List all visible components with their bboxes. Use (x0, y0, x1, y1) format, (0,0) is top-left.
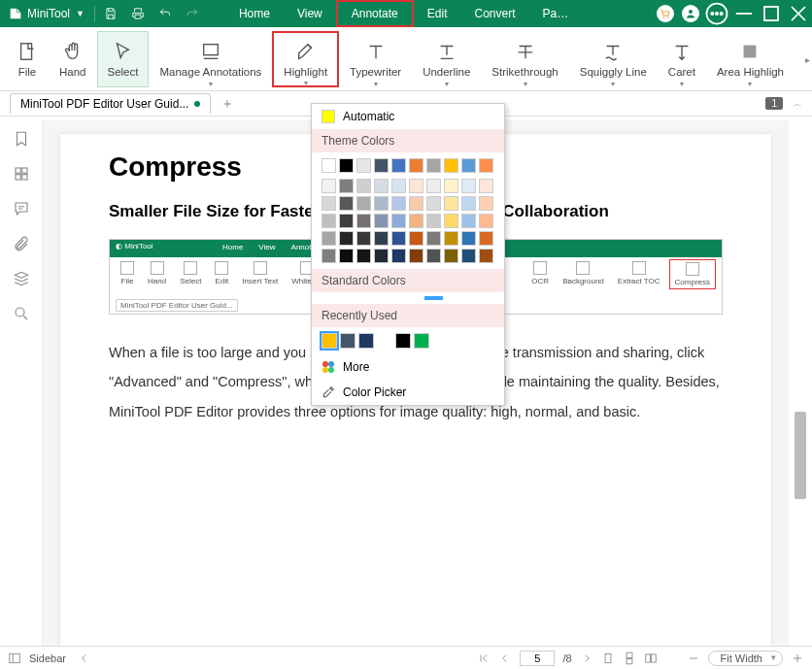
color-swatch[interactable] (374, 196, 389, 211)
ribbon-squiggly-line[interactable]: Squiggly Line▾ (569, 31, 658, 87)
undo-icon[interactable] (152, 0, 179, 27)
ribbon-manage-annotations[interactable]: Manage Annotations▾ (149, 31, 272, 87)
color-swatch[interactable] (444, 179, 458, 193)
bookmark-icon[interactable] (13, 130, 30, 148)
color-swatch[interactable] (426, 158, 441, 173)
layers-icon[interactable] (13, 270, 30, 287)
color-swatch[interactable] (374, 158, 389, 173)
color-picker-tool[interactable]: Color Picker (312, 380, 504, 405)
color-swatch[interactable] (321, 179, 336, 193)
thumbnails-icon[interactable] (13, 165, 30, 183)
tab-page[interactable]: Pa… (529, 0, 583, 27)
vertical-scrollbar[interactable] (793, 120, 808, 646)
comments-icon[interactable] (13, 200, 30, 217)
color-swatch[interactable] (391, 158, 406, 173)
more-colors[interactable]: More (312, 354, 504, 380)
color-swatch[interactable] (356, 249, 371, 263)
close-button[interactable] (785, 0, 812, 27)
color-swatch[interactable] (340, 333, 355, 349)
color-swatch[interactable] (444, 249, 458, 263)
color-swatch[interactable] (321, 196, 336, 211)
color-swatch[interactable] (409, 214, 423, 228)
color-swatch[interactable] (479, 214, 493, 228)
collapse-ribbon-icon[interactable]: ︿ (793, 97, 802, 111)
color-swatch[interactable] (409, 179, 423, 193)
page-number-input[interactable] (520, 651, 555, 666)
document-tab[interactable]: MiniTool PDF Editor User Guid... (10, 93, 211, 114)
color-swatch[interactable] (391, 179, 406, 193)
color-swatch[interactable] (391, 214, 406, 228)
color-swatch[interactable] (321, 333, 337, 349)
color-swatch[interactable] (358, 333, 374, 349)
color-swatch[interactable] (339, 249, 354, 263)
view-facing-icon[interactable] (644, 652, 658, 665)
sidebar-toggle-icon[interactable] (8, 652, 21, 665)
attachments-icon[interactable] (13, 235, 30, 252)
zoom-fit-dropdown[interactable]: Fit Width (708, 651, 783, 666)
tab-home[interactable]: Home (225, 0, 284, 27)
app-menu-caret-icon[interactable]: ▼ (76, 9, 85, 18)
color-swatch[interactable] (479, 231, 493, 246)
zoom-out-icon[interactable] (687, 652, 700, 665)
color-swatch[interactable] (409, 158, 423, 173)
color-swatch[interactable] (426, 179, 441, 193)
redo-icon[interactable] (179, 0, 206, 27)
ribbon-overflow-icon[interactable]: ▸ (805, 53, 810, 64)
feedback-icon[interactable] (703, 0, 730, 27)
color-swatch[interactable] (409, 196, 423, 211)
zoom-in-icon[interactable] (791, 652, 804, 665)
color-swatch[interactable] (356, 231, 371, 246)
color-swatch[interactable] (339, 214, 354, 228)
tab-view[interactable]: View (284, 0, 336, 27)
color-swatch[interactable] (444, 231, 458, 246)
color-swatch[interactable] (461, 249, 476, 263)
tab-edit[interactable]: Edit (414, 0, 461, 27)
color-swatch[interactable] (414, 333, 429, 349)
tab-annotate[interactable]: Annotate (336, 0, 414, 27)
color-swatch[interactable] (339, 231, 354, 246)
color-swatch[interactable] (479, 249, 493, 263)
prev-page-group-icon[interactable] (78, 652, 91, 665)
color-swatch[interactable] (426, 214, 441, 228)
color-swatch[interactable] (461, 214, 476, 228)
color-swatch[interactable] (479, 158, 493, 173)
scrollbar-thumb[interactable] (795, 412, 806, 499)
color-swatch[interactable] (461, 179, 476, 193)
color-swatch[interactable] (374, 214, 389, 228)
add-tab-button[interactable]: ＋ (220, 95, 234, 113)
user-icon[interactable] (682, 5, 699, 22)
color-swatch[interactable] (409, 231, 423, 246)
color-swatch[interactable] (321, 158, 336, 173)
first-page-icon[interactable] (477, 652, 491, 665)
color-swatch[interactable] (356, 179, 371, 193)
print-icon[interactable] (124, 0, 152, 27)
color-swatch[interactable] (461, 196, 476, 211)
color-swatch[interactable] (426, 196, 441, 211)
color-swatch[interactable] (374, 179, 389, 193)
color-swatch[interactable] (391, 249, 406, 263)
automatic-color[interactable]: Automatic (312, 104, 504, 129)
color-swatch[interactable] (391, 196, 406, 211)
color-swatch[interactable] (479, 179, 493, 193)
prev-page-icon[interactable] (498, 652, 512, 665)
color-swatch[interactable] (356, 196, 371, 211)
ribbon-strikethrough[interactable]: Strikethrough▾ (481, 31, 568, 87)
color-swatch[interactable] (479, 196, 493, 211)
color-swatch[interactable] (356, 158, 371, 173)
view-single-icon[interactable] (601, 652, 615, 665)
color-swatch[interactable] (391, 231, 406, 246)
ribbon-highlight[interactable]: Highlight▾ (272, 31, 339, 87)
color-swatch[interactable] (444, 158, 458, 173)
minimize-button[interactable] (730, 0, 758, 27)
color-swatch[interactable] (426, 249, 441, 263)
color-swatch[interactable] (321, 249, 336, 263)
view-continuous-icon[interactable] (623, 652, 636, 665)
color-swatch[interactable] (444, 214, 458, 228)
maximize-button[interactable] (758, 0, 785, 27)
color-swatch[interactable] (339, 158, 354, 173)
next-page-icon[interactable] (580, 652, 593, 665)
color-swatch[interactable] (339, 196, 354, 211)
color-swatch[interactable] (321, 214, 336, 228)
color-swatch[interactable] (444, 196, 458, 211)
color-swatch[interactable] (374, 249, 389, 263)
